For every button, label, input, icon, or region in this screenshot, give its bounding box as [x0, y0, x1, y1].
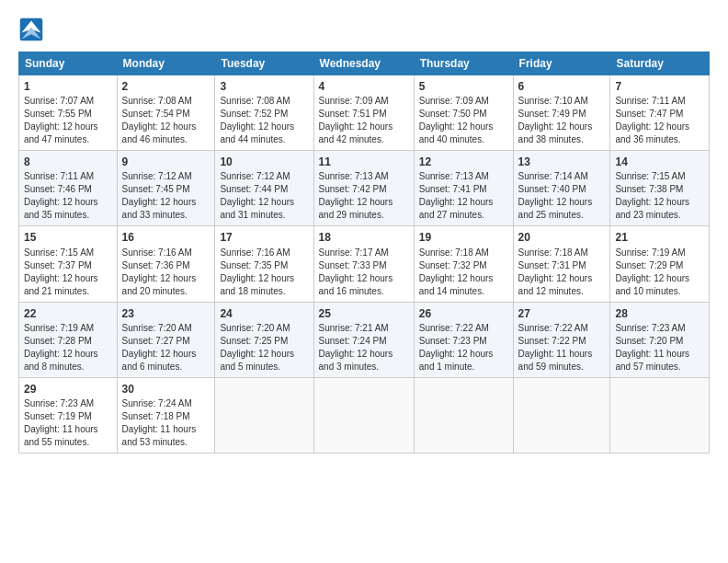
calendar-cell: 4Sunrise: 7:09 AMSunset: 7:51 PMDaylight… — [313, 75, 414, 151]
logo — [18, 17, 48, 42]
week-row-3: 15Sunrise: 7:15 AMSunset: 7:37 PMDayligh… — [19, 226, 710, 302]
calendar-cell: 28Sunrise: 7:23 AMSunset: 7:20 PMDayligh… — [610, 302, 710, 377]
day-info: Sunrise: 7:16 AMSunset: 7:35 PMDaylight:… — [220, 247, 308, 298]
calendar-cell: 10Sunrise: 7:12 AMSunset: 7:44 PMDayligh… — [215, 151, 313, 226]
day-info: Sunrise: 7:23 AMSunset: 7:20 PMDaylight:… — [615, 322, 704, 373]
day-info: Sunrise: 7:16 AMSunset: 7:36 PMDaylight:… — [122, 247, 210, 298]
day-number: 28 — [615, 306, 704, 321]
week-row-1: 1Sunrise: 7:07 AMSunset: 7:55 PMDaylight… — [19, 75, 710, 151]
calendar-cell — [610, 377, 710, 453]
page: SundayMondayTuesdayWednesdayThursdayFrid… — [0, 0, 728, 563]
calendar-cell: 7Sunrise: 7:11 AMSunset: 7:47 PMDaylight… — [610, 75, 710, 151]
calendar-cell: 3Sunrise: 7:08 AMSunset: 7:52 PMDaylight… — [215, 75, 313, 151]
day-info: Sunrise: 7:09 AMSunset: 7:50 PMDaylight:… — [419, 95, 508, 146]
day-number: 2 — [122, 79, 210, 94]
day-header-saturday: Saturday — [610, 52, 710, 75]
calendar-cell: 8Sunrise: 7:11 AMSunset: 7:46 PMDaylight… — [19, 151, 118, 226]
week-row-5: 29Sunrise: 7:23 AMSunset: 7:19 PMDayligh… — [19, 377, 710, 453]
calendar-table: SundayMondayTuesdayWednesdayThursdayFrid… — [18, 52, 710, 454]
day-number: 18 — [319, 230, 409, 245]
calendar-cell — [215, 377, 313, 453]
calendar-cell: 2Sunrise: 7:08 AMSunset: 7:54 PMDaylight… — [117, 75, 215, 151]
day-number: 16 — [122, 230, 210, 245]
day-info: Sunrise: 7:20 AMSunset: 7:27 PMDaylight:… — [122, 322, 210, 373]
day-number: 11 — [319, 155, 409, 169]
day-info: Sunrise: 7:18 AMSunset: 7:32 PMDaylight:… — [419, 247, 508, 298]
calendar-cell — [313, 377, 414, 453]
day-info: Sunrise: 7:08 AMSunset: 7:54 PMDaylight:… — [122, 95, 210, 146]
calendar-cell: 27Sunrise: 7:22 AMSunset: 7:22 PMDayligh… — [513, 302, 610, 377]
calendar-cell: 14Sunrise: 7:15 AMSunset: 7:38 PMDayligh… — [610, 151, 710, 226]
calendar-cell: 12Sunrise: 7:13 AMSunset: 7:41 PMDayligh… — [414, 151, 513, 226]
calendar-cell: 1Sunrise: 7:07 AMSunset: 7:55 PMDaylight… — [19, 75, 118, 151]
calendar-cell: 18Sunrise: 7:17 AMSunset: 7:33 PMDayligh… — [313, 226, 414, 302]
day-header-friday: Friday — [513, 52, 610, 75]
day-info: Sunrise: 7:11 AMSunset: 7:47 PMDaylight:… — [615, 95, 704, 146]
calendar-cell: 22Sunrise: 7:19 AMSunset: 7:28 PMDayligh… — [19, 302, 118, 377]
day-info: Sunrise: 7:22 AMSunset: 7:23 PMDaylight:… — [419, 322, 508, 373]
day-number: 7 — [615, 79, 704, 94]
day-info: Sunrise: 7:11 AMSunset: 7:46 PMDaylight:… — [24, 170, 112, 222]
calendar-cell: 24Sunrise: 7:20 AMSunset: 7:25 PMDayligh… — [215, 302, 313, 377]
day-info: Sunrise: 7:09 AMSunset: 7:51 PMDaylight:… — [319, 95, 409, 146]
day-number: 17 — [220, 230, 308, 245]
calendar-cell: 23Sunrise: 7:20 AMSunset: 7:27 PMDayligh… — [117, 302, 215, 377]
day-info: Sunrise: 7:19 AMSunset: 7:29 PMDaylight:… — [615, 247, 704, 298]
day-info: Sunrise: 7:19 AMSunset: 7:28 PMDaylight:… — [24, 322, 112, 373]
calendar-cell: 25Sunrise: 7:21 AMSunset: 7:24 PMDayligh… — [313, 302, 414, 377]
day-info: Sunrise: 7:12 AMSunset: 7:44 PMDaylight:… — [220, 170, 308, 222]
calendar-cell: 16Sunrise: 7:16 AMSunset: 7:36 PMDayligh… — [117, 226, 215, 302]
day-info: Sunrise: 7:22 AMSunset: 7:22 PMDaylight:… — [518, 322, 606, 373]
day-info: Sunrise: 7:15 AMSunset: 7:37 PMDaylight:… — [24, 247, 112, 298]
calendar-cell: 6Sunrise: 7:10 AMSunset: 7:49 PMDaylight… — [513, 75, 610, 151]
logo-icon — [18, 17, 44, 42]
day-number: 23 — [122, 306, 210, 321]
week-row-2: 8Sunrise: 7:11 AMSunset: 7:46 PMDaylight… — [19, 151, 710, 226]
day-number: 24 — [220, 306, 308, 321]
calendar-cell — [414, 377, 513, 453]
calendar-header-row: SundayMondayTuesdayWednesdayThursdayFrid… — [19, 52, 710, 75]
day-number: 12 — [419, 155, 508, 169]
day-number: 21 — [615, 230, 704, 245]
week-row-4: 22Sunrise: 7:19 AMSunset: 7:28 PMDayligh… — [19, 302, 710, 377]
day-info: Sunrise: 7:07 AMSunset: 7:55 PMDaylight:… — [24, 95, 112, 146]
calendar-cell: 5Sunrise: 7:09 AMSunset: 7:50 PMDaylight… — [414, 75, 513, 151]
day-number: 20 — [518, 230, 606, 245]
day-number: 30 — [122, 382, 210, 396]
day-number: 1 — [24, 79, 112, 94]
day-header-tuesday: Tuesday — [215, 52, 313, 75]
day-number: 19 — [419, 230, 508, 245]
day-info: Sunrise: 7:13 AMSunset: 7:41 PMDaylight:… — [419, 170, 508, 222]
day-info: Sunrise: 7:17 AMSunset: 7:33 PMDaylight:… — [319, 247, 409, 298]
day-number: 15 — [24, 230, 112, 245]
calendar-cell: 11Sunrise: 7:13 AMSunset: 7:42 PMDayligh… — [313, 151, 414, 226]
calendar-cell: 21Sunrise: 7:19 AMSunset: 7:29 PMDayligh… — [610, 226, 710, 302]
day-number: 27 — [518, 306, 606, 321]
day-header-sunday: Sunday — [19, 52, 118, 75]
day-number: 14 — [615, 155, 704, 169]
day-info: Sunrise: 7:18 AMSunset: 7:31 PMDaylight:… — [518, 247, 606, 298]
day-number: 8 — [24, 155, 112, 169]
day-info: Sunrise: 7:13 AMSunset: 7:42 PMDaylight:… — [319, 170, 409, 222]
calendar-cell: 13Sunrise: 7:14 AMSunset: 7:40 PMDayligh… — [513, 151, 610, 226]
header — [18, 17, 710, 42]
day-info: Sunrise: 7:24 AMSunset: 7:18 PMDaylight:… — [122, 397, 210, 449]
day-info: Sunrise: 7:20 AMSunset: 7:25 PMDaylight:… — [220, 322, 308, 373]
day-number: 4 — [319, 79, 409, 94]
calendar-cell: 15Sunrise: 7:15 AMSunset: 7:37 PMDayligh… — [19, 226, 118, 302]
day-number: 6 — [518, 79, 606, 94]
day-info: Sunrise: 7:14 AMSunset: 7:40 PMDaylight:… — [518, 170, 606, 222]
day-info: Sunrise: 7:23 AMSunset: 7:19 PMDaylight:… — [24, 397, 112, 449]
day-info: Sunrise: 7:15 AMSunset: 7:38 PMDaylight:… — [615, 170, 704, 222]
day-number: 22 — [24, 306, 112, 321]
day-info: Sunrise: 7:10 AMSunset: 7:49 PMDaylight:… — [518, 95, 606, 146]
day-number: 29 — [24, 382, 112, 396]
calendar-cell: 9Sunrise: 7:12 AMSunset: 7:45 PMDaylight… — [117, 151, 215, 226]
day-number: 13 — [518, 155, 606, 169]
day-info: Sunrise: 7:08 AMSunset: 7:52 PMDaylight:… — [220, 95, 308, 146]
day-header-thursday: Thursday — [414, 52, 513, 75]
calendar-cell: 17Sunrise: 7:16 AMSunset: 7:35 PMDayligh… — [215, 226, 313, 302]
day-info: Sunrise: 7:21 AMSunset: 7:24 PMDaylight:… — [319, 322, 409, 373]
day-header-monday: Monday — [117, 52, 215, 75]
day-number: 3 — [220, 79, 308, 94]
